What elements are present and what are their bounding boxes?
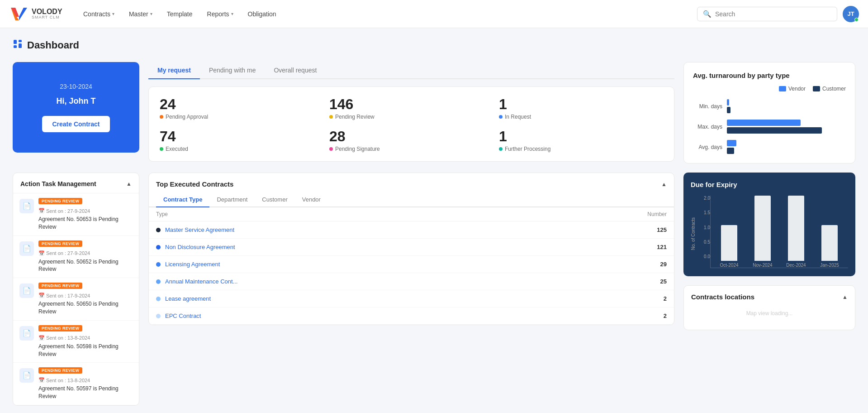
exec-table-header: Type Number [149, 207, 674, 221]
exec-row: Annual Maintenance Cont... 25 [149, 273, 674, 290]
task-icon: 📄 [19, 326, 34, 341]
bar-nov [754, 196, 771, 261]
y-label: 1.5 [704, 210, 710, 215]
logo[interactable]: VOLODY SMART CLM [9, 4, 63, 24]
task-description: Agreement No. 50650 is Pending Review [38, 300, 133, 316]
tab-department[interactable]: Department [209, 192, 255, 207]
exec-dot [156, 314, 161, 318]
tab-vendor[interactable]: Vendor [295, 192, 328, 207]
navbar: VOLODY SMART CLM Contracts ▾ Master ▾ Te… [0, 0, 868, 28]
task-date: 📅 Sent on : 27-9-2024 [38, 208, 90, 214]
legend-vendor: Vendor [779, 86, 806, 92]
stat-pending-review: 146 Pending Review [329, 96, 493, 120]
exec-header: Top Executed Contracts ▲ [149, 173, 674, 188]
horizontal-bar-chart: Min. days Max. days Avg. days [693, 99, 846, 154]
task-item: 📄 PENDING REVIEW 📅 Sent on : 17-9-2024 A… [13, 278, 139, 321]
logo-icon [9, 4, 29, 24]
tab-overall-request[interactable]: Overall request [265, 62, 326, 79]
create-contract-button[interactable]: Create Contract [42, 116, 109, 132]
exec-row: Non Disclosure Agreement 121 [149, 239, 674, 256]
tab-customer[interactable]: Customer [255, 192, 294, 207]
exec-row: Lease agreement 2 [149, 290, 674, 307]
legend-customer: Customer [813, 86, 846, 92]
avg-turnaround-panel: Avg. turnaround by party type Vendor Cus… [683, 62, 855, 163]
exec-contract-name[interactable]: Licensing Agreement [165, 261, 220, 268]
exec-contract-name[interactable]: Lease agreement [165, 295, 211, 302]
stat-further-processing: 1 Further Processing [499, 128, 663, 152]
panel-header: Action Task Management ▲ [13, 173, 139, 193]
task-date: 📅 Sent on : 13-8-2024 [38, 335, 90, 341]
chevron-down-icon: ▾ [231, 11, 233, 16]
dashboard-icon [13, 39, 23, 51]
stat-pending-signature: 28 Pending Signature [329, 128, 493, 152]
tab-pending-with-me[interactable]: Pending with me [200, 62, 265, 79]
bar-group-jan: Jan-2025 [815, 196, 844, 268]
exec-contract-name[interactable]: Non Disclosure Agreement [165, 244, 235, 250]
svg-rect-3 [14, 40, 17, 44]
svg-rect-4 [19, 40, 22, 42]
search-input[interactable] [715, 10, 831, 18]
avatar[interactable]: JT [843, 6, 859, 22]
exec-contract-name[interactable]: Annual Maintenance Cont... [165, 278, 237, 285]
task-icon: 📄 [19, 283, 34, 298]
exec-dot [156, 297, 161, 301]
nav-item-master[interactable]: Master ▾ [123, 7, 159, 21]
tab-my-request[interactable]: My request [148, 62, 200, 79]
svg-marker-1 [19, 8, 27, 20]
dot-pink [329, 147, 333, 151]
due-expiry-panel: Due for Expiry No. of Contracts 2.0 1.5 … [683, 173, 855, 276]
task-icon: 📄 [19, 199, 34, 213]
nav-item-contracts[interactable]: Contracts ▾ [77, 7, 121, 21]
stat-pending-approval: 24 Pending Approval [160, 96, 324, 120]
legend-vendor-box [779, 86, 786, 91]
badge-pending-review: PENDING REVIEW [38, 198, 82, 204]
dashboard-bottom-grid: Action Task Management ▲ 📄 PENDING REVIE… [13, 173, 855, 406]
exec-dot [156, 245, 161, 250]
collapse-button[interactable]: ▲ [126, 181, 132, 187]
exec-tabs: Contract Type Department Customer Vendor [149, 192, 674, 207]
exec-contract-name[interactable]: EPC Contract [165, 312, 201, 319]
task-date: 📅 Sent on : 13-8-2024 [38, 377, 90, 383]
collapse-up-button[interactable]: ▲ [661, 181, 667, 187]
y-label: 1.0 [704, 225, 710, 230]
exec-row: EPC Contract 2 [149, 307, 674, 325]
nav-links: Contracts ▾ Master ▾ Template Reports ▾ … [77, 7, 697, 21]
bar-group-nov: Nov-2024 [748, 196, 778, 268]
bar-customer-avg [727, 148, 734, 154]
page-title-row: Dashboard [13, 39, 855, 51]
badge-pending-review: PENDING REVIEW [38, 367, 82, 374]
search-box[interactable]: 🔍 [697, 7, 837, 21]
nav-item-obligation[interactable]: Obligation [242, 7, 283, 21]
bar-row-min: Min. days [693, 99, 846, 113]
task-icon: 📄 [19, 368, 34, 383]
task-description: Agreement No. 50653 is Pending Review [38, 216, 133, 231]
exec-row: Master Service Agreement 125 [149, 221, 674, 239]
stats-grid: 24 Pending Approval 146 Pending Review 1… [148, 86, 674, 162]
dot-orange [160, 115, 163, 119]
user-card: 23-10-2024 Hi, John T Create Contract [13, 62, 139, 153]
bar-vendor-min [727, 99, 729, 106]
bar-group-oct: Oct-2024 [714, 196, 744, 268]
task-item: 📄 PENDING REVIEW 📅 Sent on : 27-9-2024 A… [13, 193, 139, 236]
vertical-bar-chart: Oct-2024 Nov-2024 Dec-2024 Jan-2025 [710, 196, 848, 268]
bar-jan [821, 225, 838, 261]
nav-item-template[interactable]: Template [161, 7, 199, 21]
badge-pending-review: PENDING REVIEW [38, 325, 82, 331]
action-task-title: Action Task Management [20, 180, 96, 187]
bar-customer-max [727, 127, 822, 134]
exec-dot [156, 228, 161, 232]
action-task-panel: Action Task Management ▲ 📄 PENDING REVIE… [13, 173, 139, 406]
user-date: 23-10-2024 [60, 83, 92, 90]
chevron-down-icon: ▾ [112, 11, 114, 16]
nav-item-reports[interactable]: Reports ▾ [201, 7, 240, 21]
page-title: Dashboard [27, 39, 79, 51]
svg-rect-6 [19, 43, 22, 48]
y-label: 0.5 [704, 240, 710, 245]
user-greeting: Hi, John T [57, 96, 96, 106]
collapse-locations-button[interactable]: ▲ [842, 294, 848, 300]
tab-contract-type[interactable]: Contract Type [156, 192, 209, 207]
chevron-down-icon: ▾ [150, 11, 152, 16]
stats-panel: My request Pending with me Overall reque… [148, 62, 674, 162]
exec-row: Licensing Agreement 29 [149, 256, 674, 273]
exec-contract-name[interactable]: Master Service Agreement [165, 226, 234, 233]
